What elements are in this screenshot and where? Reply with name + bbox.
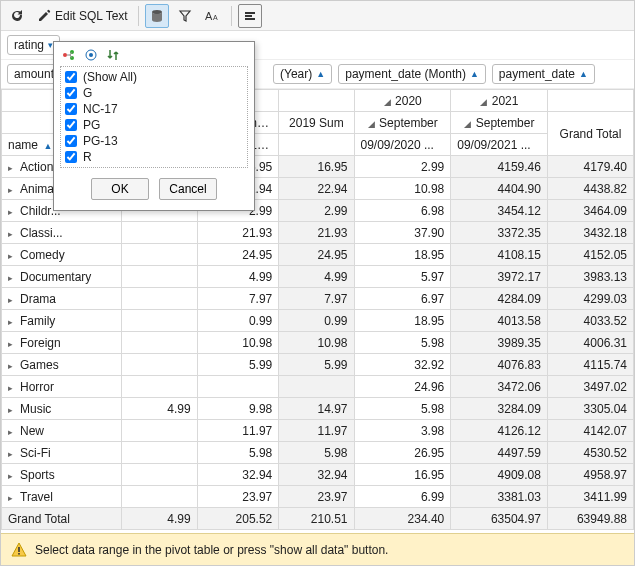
cell: 5.98 — [279, 442, 354, 464]
cell — [122, 266, 197, 288]
date-chip[interactable]: payment_date ▲ — [492, 64, 595, 84]
rating-chip-label: rating — [14, 38, 44, 52]
table-row[interactable]: ▸Documentary4.994.995.973972.173983.13 — [2, 266, 634, 288]
table-row[interactable]: ▸Comedy24.9524.9518.954108.154152.05 — [2, 244, 634, 266]
status-bar: Select data range in the pivot table or … — [1, 533, 634, 565]
table-row[interactable]: ▸New11.9711.973.984126.124142.07 — [2, 420, 634, 442]
cell: 3372.35 — [451, 222, 548, 244]
table-row[interactable]: ▸Drama7.977.976.974284.094299.03 — [2, 288, 634, 310]
grand-total-header[interactable]: Grand Total — [547, 112, 633, 156]
cell — [122, 310, 197, 332]
cell: 6.98 — [354, 200, 451, 222]
cell: 4.99 — [279, 266, 354, 288]
database-button[interactable] — [145, 4, 169, 28]
tree-icon[interactable] — [62, 48, 76, 62]
table-row[interactable]: ▸Sports32.9432.9416.954909.084958.97 — [2, 464, 634, 486]
table-row[interactable]: ▸Travel23.9723.976.993381.033411.99 — [2, 486, 634, 508]
svg-rect-5 — [245, 18, 255, 20]
sort-asc-icon: ▲ — [470, 69, 479, 79]
cell: 3411.99 — [547, 486, 633, 508]
row-name-label: New — [20, 424, 44, 438]
month-sep-header-2021[interactable]: ◢September — [451, 112, 548, 134]
cell: 16.95 — [354, 464, 451, 486]
refresh-button[interactable] — [5, 4, 29, 28]
filter-popup-buttons: OK Cancel — [54, 168, 254, 210]
year-2021-header[interactable]: ◢2021 — [451, 90, 548, 112]
filter-checkbox[interactable] — [65, 151, 77, 163]
cell: 4152.05 — [547, 244, 633, 266]
table-row[interactable]: ▸Horror24.963472.063497.02 — [2, 376, 634, 398]
svg-text:A: A — [213, 14, 218, 21]
table-row[interactable]: ▸Games5.995.9932.924076.834115.74 — [2, 354, 634, 376]
cell: 4033.52 — [547, 310, 633, 332]
filter-button[interactable] — [173, 4, 197, 28]
edit-sql-button[interactable]: Edit SQL Text — [33, 4, 132, 28]
cell: 23.97 — [279, 486, 354, 508]
cell: 5.99 — [279, 354, 354, 376]
cell: 10.98 — [197, 332, 279, 354]
cell: 4299.03 — [547, 288, 633, 310]
cell: 3.98 — [354, 420, 451, 442]
cell — [122, 222, 197, 244]
sort-icon[interactable] — [106, 48, 120, 62]
svg-point-6 — [63, 53, 67, 57]
cell: 4179.40 — [547, 156, 633, 178]
row-name-label: Sci-Fi — [20, 446, 51, 460]
cell: 4115.74 — [547, 354, 633, 376]
filter-option[interactable]: NC-17 — [61, 101, 247, 117]
cell: 3464.09 — [547, 200, 633, 222]
table-row[interactable]: ▸Music4.999.9814.975.983284.093305.04 — [2, 398, 634, 420]
row-name-label: Action — [20, 160, 53, 174]
row-name-label: Comedy — [20, 248, 65, 262]
row-name-label: Documentary — [20, 270, 91, 284]
svg-point-10 — [89, 53, 93, 57]
cell — [122, 376, 197, 398]
cell: 3305.04 — [547, 398, 633, 420]
row-name-label: Games — [20, 358, 59, 372]
table-row[interactable]: ▸Classi...21.9321.9337.903372.353432.18 — [2, 222, 634, 244]
month-sep-header-2020[interactable]: ◢September — [354, 112, 451, 134]
cell: 24.96 — [354, 376, 451, 398]
filter-checkbox[interactable] — [65, 103, 77, 115]
date-2021-header[interactable]: 09/09/2021 ... — [451, 134, 548, 156]
filter-cancel-button[interactable]: Cancel — [159, 178, 217, 200]
filter-option[interactable]: (Show All) — [61, 69, 247, 85]
filter-ok-button[interactable]: OK — [91, 178, 149, 200]
cell — [122, 442, 197, 464]
month-chip-label: payment_date (Month) — [345, 67, 466, 81]
table-row[interactable]: ▸Family0.990.9918.954013.584033.52 — [2, 310, 634, 332]
cell: 7.97 — [279, 288, 354, 310]
font-size-button[interactable]: AA — [201, 4, 225, 28]
filter-checkbox[interactable] — [65, 71, 77, 83]
filter-checkbox[interactable] — [65, 135, 77, 147]
sum-2019-header[interactable]: 2019 Sum — [279, 112, 354, 134]
filter-option[interactable]: PG — [61, 117, 247, 133]
date-2020-header[interactable]: 09/09/2020 ... — [354, 134, 451, 156]
year-2020-header[interactable]: ◢2020 — [354, 90, 451, 112]
cell: 5.99 — [197, 354, 279, 376]
cell: 0.99 — [197, 310, 279, 332]
month-chip[interactable]: payment_date (Month) ▲ — [338, 64, 486, 84]
filter-checkbox[interactable] — [65, 119, 77, 131]
table-row[interactable]: ▸Sci-Fi5.985.9826.954497.594530.52 — [2, 442, 634, 464]
filter-option-label: PG-13 — [83, 134, 118, 148]
filter-option[interactable]: G — [61, 85, 247, 101]
filter-option[interactable]: PG-13 — [61, 133, 247, 149]
cell: 5.98 — [354, 332, 451, 354]
grand-total-row[interactable]: Grand Total4.99205.52210.51234.4063504.9… — [2, 508, 634, 530]
cell: 4438.82 — [547, 178, 633, 200]
table-row[interactable]: ▸Foreign10.9810.985.983989.354006.31 — [2, 332, 634, 354]
cell: 4.99 — [122, 398, 197, 420]
cell: 26.95 — [354, 442, 451, 464]
filter-option[interactable]: R — [61, 149, 247, 165]
cell: 3432.18 — [547, 222, 633, 244]
cell: 3284.09 — [451, 398, 548, 420]
cell: 37.90 — [354, 222, 451, 244]
cell: 4108.15 — [451, 244, 548, 266]
filter-checkbox[interactable] — [65, 87, 77, 99]
cell: 5.98 — [354, 398, 451, 420]
year-chip[interactable]: (Year) ▲ — [273, 64, 332, 84]
svg-rect-4 — [245, 15, 252, 17]
target-icon[interactable] — [84, 48, 98, 62]
layout-button[interactable] — [238, 4, 262, 28]
